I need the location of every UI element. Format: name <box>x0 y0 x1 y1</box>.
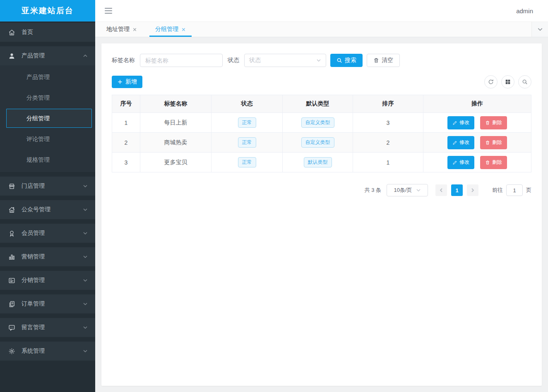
cell-status: 正常 <box>212 153 283 172</box>
cell-type: 默认类型 <box>283 153 353 172</box>
column-header: 状态 <box>212 95 283 113</box>
sidebar-subitem-product-list[interactable]: 产品管理 <box>0 67 95 87</box>
sidebar-group-marketing: 营销管理 <box>0 247 95 266</box>
cell-type: 自定义类型 <box>283 133 353 153</box>
filter-bar: 标签名称 状态 状态 搜索 <box>112 54 531 67</box>
edit-button[interactable]: 修改 <box>447 136 474 149</box>
sidebar-item-system[interactable]: 系统管理 <box>0 342 95 361</box>
user-menu[interactable]: admin <box>516 7 533 14</box>
sidebar-group-home: 首页 <box>0 23 95 42</box>
type-badge: 默认类型 <box>304 157 332 167</box>
sidebar-subitem-group[interactable]: 分组管理 <box>6 109 92 128</box>
store-icon <box>8 183 15 190</box>
edit-button[interactable]: 修改 <box>447 116 474 129</box>
delete-button[interactable]: 删除 <box>480 116 507 129</box>
type-badge: 自定义类型 <box>301 137 334 148</box>
goto-page-input[interactable] <box>506 184 523 196</box>
refresh-button[interactable] <box>484 75 498 88</box>
cell-name: 更多宝贝 <box>140 153 212 172</box>
house-icon <box>8 206 15 213</box>
user-icon <box>8 53 15 60</box>
grid-icon <box>505 79 511 85</box>
tab-options-dropdown[interactable] <box>531 22 548 37</box>
content-area: 标签名称 状态 状态 搜索 <box>95 37 548 392</box>
tab-1[interactable]: 地址管理 <box>101 22 143 37</box>
medal-icon <box>8 230 15 237</box>
chevron-down-icon <box>83 184 88 189</box>
chevron-down-icon <box>83 278 88 283</box>
status-select[interactable]: 状态 <box>244 54 326 67</box>
sidebar-subitem-comment[interactable]: 评论管理 <box>0 129 95 149</box>
tag-name-input[interactable] <box>140 54 223 67</box>
sidebar-item-distribution[interactable]: 分销管理 <box>0 271 95 290</box>
add-button[interactable]: 新增 <box>112 76 142 88</box>
sidebar-submenu-product: 产品管理分类管理分组管理评论管理规格管理 <box>0 65 95 172</box>
table-row: 1每日上新正常自定义类型3修改删除 <box>112 113 531 133</box>
sidebar-item-store[interactable]: 门店管理 <box>0 177 95 196</box>
chevron-left-icon <box>439 188 444 193</box>
sidebar-item-label: 系统管理 <box>22 347 45 355</box>
sidebar-group-official-account: 公众号管理 <box>0 200 95 219</box>
edit-button[interactable]: 修改 <box>447 156 474 169</box>
search-toggle-button[interactable] <box>518 75 531 88</box>
delete-button[interactable]: 删除 <box>480 136 507 149</box>
search-button[interactable]: 搜索 <box>330 54 363 67</box>
chevron-down-icon <box>537 26 543 32</box>
sidebar-item-label: 分销管理 <box>22 277 45 284</box>
next-page-button[interactable] <box>467 184 478 196</box>
card-icon <box>8 277 15 284</box>
sidebar-item-label: 订单管理 <box>22 300 45 308</box>
cell-sort: 3 <box>353 113 423 133</box>
status-select-placeholder: 状态 <box>249 57 261 64</box>
close-icon[interactable] <box>181 27 186 32</box>
chevron-down-icon <box>83 231 88 236</box>
trash-icon <box>373 57 379 63</box>
sidebar-item-official-account[interactable]: 公众号管理 <box>0 200 95 219</box>
sidebar-item-product[interactable]: 产品管理 <box>0 46 95 65</box>
column-settings-button[interactable] <box>501 75 514 88</box>
cell-index: 3 <box>112 153 140 172</box>
sidebar-group-product: 产品管理产品管理分类管理分组管理评论管理规格管理 <box>0 46 95 172</box>
cell-status: 正常 <box>212 133 283 153</box>
table-tools <box>484 75 531 88</box>
app-title: 亚米建站后台 <box>0 0 95 22</box>
sidebar-item-member[interactable]: 会员管理 <box>0 224 95 243</box>
sidebar-item-label: 首页 <box>22 29 33 36</box>
cell-type: 自定义类型 <box>283 113 353 133</box>
total-count: 共 3 条 <box>365 186 381 194</box>
cell-index: 2 <box>112 133 140 153</box>
chevron-down-icon <box>83 254 88 259</box>
cell-actions: 修改删除 <box>423 153 531 172</box>
table-row: 3更多宝贝正常默认类型1修改删除 <box>112 153 531 172</box>
chevron-down-icon <box>83 301 88 306</box>
column-header: 默认类型 <box>283 95 353 113</box>
sidebar-item-label: 产品管理 <box>22 52 45 60</box>
cell-name: 商城热卖 <box>140 133 212 153</box>
sidebar-subitem-category[interactable]: 分类管理 <box>0 87 95 108</box>
sidebar-item-marketing[interactable]: 营销管理 <box>0 247 95 266</box>
sidebar-item-order[interactable]: 订单管理 <box>0 294 95 313</box>
sidebar-item-message[interactable]: 留言管理 <box>0 318 95 337</box>
cell-name: 每日上新 <box>140 113 212 133</box>
sidebar-item-label: 留言管理 <box>22 324 45 331</box>
current-page-button[interactable]: 1 <box>451 184 463 196</box>
prev-page-button[interactable] <box>435 184 447 196</box>
plus-icon <box>117 79 123 85</box>
sidebar-group-message: 留言管理 <box>0 318 95 337</box>
tab-bar: 地址管理分组管理 <box>95 22 548 37</box>
sidebar-item-home[interactable]: 首页 <box>0 23 95 42</box>
page-size-select[interactable]: 10条/页 <box>387 184 428 196</box>
goto-label: 前往 <box>492 186 503 194</box>
sidebar-group-member: 会员管理 <box>0 224 95 243</box>
sidebar: 亚米建站后台 首页产品管理产品管理分类管理分组管理评论管理规格管理门店管理公众号… <box>0 0 95 392</box>
tag-name-label: 标签名称 <box>112 57 135 64</box>
chevron-down-icon <box>316 58 321 63</box>
delete-button[interactable]: 删除 <box>480 156 507 169</box>
sidebar-subitem-spec[interactable]: 规格管理 <box>0 149 95 170</box>
tab-2[interactable]: 分组管理 <box>149 22 192 37</box>
chevron-down-icon <box>83 325 88 330</box>
hamburger-menu-icon[interactable] <box>104 7 113 14</box>
cell-index: 1 <box>112 113 140 133</box>
close-icon[interactable] <box>132 27 137 32</box>
clear-button[interactable]: 清空 <box>367 54 400 67</box>
